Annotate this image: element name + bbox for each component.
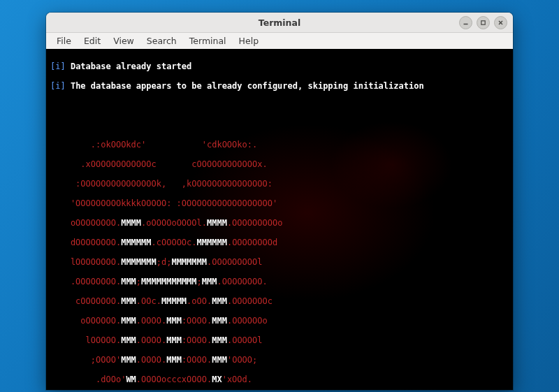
banner-line: .dOOo'WM.OOOOocccxOOOO.MX'xOOd.	[50, 375, 509, 384]
menu-file[interactable]: File	[50, 34, 78, 48]
terminal-window: Terminal File Edit View Search Terminal …	[46, 13, 513, 390]
banner-line: .OOOOOOOO.MMM;MMMMMMMMMMM;MMM.OOOOOOOO.	[50, 277, 509, 286]
banner-line: lOOOOOOOO.MMMMMMM;d;MMMMMMM.OOOOOOOOOl	[50, 257, 509, 267]
info-text: The database appears to be already confi…	[71, 81, 424, 91]
menu-edit[interactable]: Edit	[78, 34, 107, 48]
banner-line: cOOOOOOO.MMM.OOc.MMMMM.oOO.MMM.OOOOOOOc	[50, 296, 509, 306]
svg-rect-1	[481, 21, 485, 24]
menu-help[interactable]: Help	[233, 34, 266, 48]
close-button[interactable]	[494, 16, 507, 29]
menu-search[interactable]: Search	[140, 34, 183, 48]
titlebar[interactable]: Terminal	[46, 13, 513, 33]
info-line-2: [i] The database appears to be already c…	[50, 81, 509, 91]
window-buttons	[459, 16, 507, 29]
info-prefix: [i]	[50, 61, 71, 71]
banner-line: .xOOOOOOOOOOOOc cOOOOOOOOOOOOx.	[50, 159, 509, 169]
menu-terminal[interactable]: Terminal	[183, 34, 233, 48]
banner-line: :OOOOOOOOOOOOOOOk, ,kOOOOOOOOOOOOOOO:	[50, 179, 509, 189]
maximize-button[interactable]	[477, 16, 490, 29]
banner-line: lOOOOO.MMM.OOOO.MMM:OOOO.MMM.OOOOOl	[50, 335, 509, 345]
banner-line: ;OOOO'MMM.OOOO.MMM:OOOO.MMM'OOOO;	[50, 355, 509, 365]
info-text: Database already started	[71, 61, 191, 71]
terminal-viewport[interactable]: [i] Database already started [i] The dat…	[46, 49, 513, 390]
blank	[50, 120, 509, 130]
banner-line: dOOOOOOOO.MMMMMM.cOOOOOc.MMMMMM.OOOOOOOO…	[50, 238, 509, 247]
info-prefix: [i]	[50, 81, 71, 91]
blank	[50, 101, 509, 110]
banner-line: oOOOOOO.MMM.OOOO.MMM:OOOO.MMM.OOOOOOo	[50, 316, 509, 326]
menubar: File Edit View Search Terminal Help	[46, 33, 513, 50]
menu-view[interactable]: View	[107, 34, 140, 48]
banner-line: oOOOOOOOO.MMMM.oOOOOoOOOOl.MMMM.OOOOOOOO…	[50, 218, 509, 228]
banner-line: 'OOOOOOOOOkkkkOOOOO: :OOOOOOOOOOOOOOOOOO…	[50, 198, 509, 208]
info-line-1: [i] Database already started	[50, 61, 509, 71]
window-title: Terminal	[259, 17, 300, 28]
minimize-button[interactable]	[459, 16, 472, 29]
banner-line: .:okOOOkdc' 'cdkOOOko:.	[50, 140, 509, 150]
